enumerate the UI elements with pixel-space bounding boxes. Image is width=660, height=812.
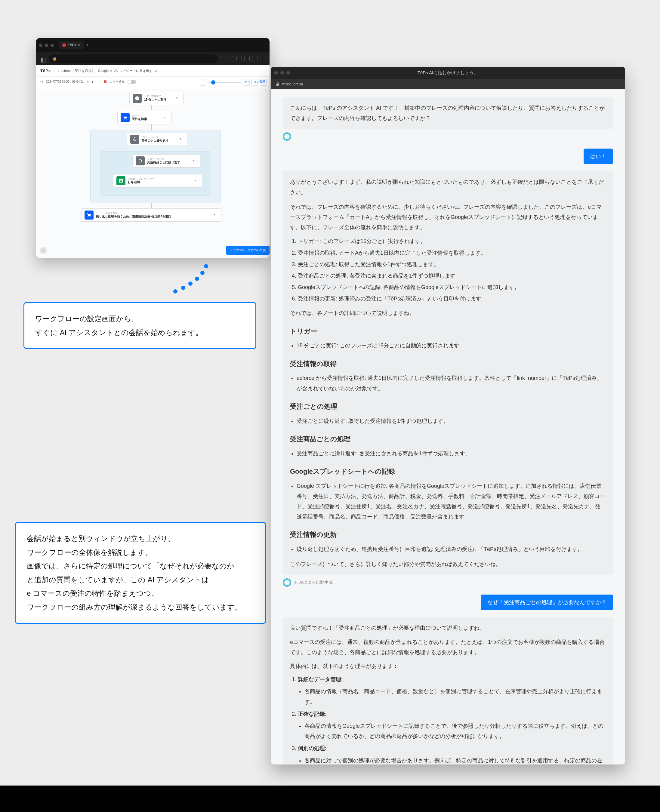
ai-text: 具体的には、以下のような理由があります： (290, 661, 606, 671)
zoom-slider[interactable] (208, 82, 241, 83)
zoom-in-button[interactable] (251, 79, 258, 86)
callout-text: 会話が始まると別ウィンドウが立ち上がり、 ワークフローの全体像を解説します。 画… (27, 534, 242, 611)
zoom-out-button[interactable] (243, 79, 250, 86)
chat-url: miibo.jp/cha (282, 82, 303, 86)
step: トリガー: このフレーズは15分ごとに実行されます。 (298, 238, 426, 244)
close-tab-icon[interactable]: × (78, 43, 80, 47)
traffic-lights (274, 71, 290, 75)
reason-body: 各商品の情報をGoogleスプレッドシートに記録することで、後で参照したり分析し… (305, 723, 603, 739)
ai-text: ありがとうございます！まず、私の説明が限られた知識にもとづいたものであり、必ずし… (290, 177, 606, 197)
node-trigger[interactable]: コア・定期実行 15 分ごとに実行 ▾ (129, 92, 184, 105)
help-button[interactable]: ? (40, 247, 47, 254)
section-heading: トリガー (290, 325, 606, 338)
chevron-down-icon[interactable]: ▾ (214, 213, 218, 217)
new-tab-button[interactable]: + (86, 43, 89, 48)
ai-chat-window: TēPs AIに話しかけましょう。 miibo.jp/cha こんにちは、TēP… (271, 67, 625, 764)
tool-button[interactable] (200, 79, 206, 86)
cart-icon (121, 113, 130, 122)
breadcrumb-title: ecforce｜受注を取得し、Google スプレッドシートに書き出す (61, 68, 153, 73)
ext-icon[interactable] (244, 56, 250, 61)
traffic-lights (39, 44, 54, 47)
node-category: カート・受注を更新 (96, 212, 171, 215)
app-logo[interactable]: TēPs (40, 68, 51, 73)
node-loop-items[interactable]: フロー・ループ 受注商品ごとに繰り返す ▾ (132, 154, 200, 168)
ext-icon[interactable] (236, 56, 242, 61)
url-field[interactable]: 🔒 (49, 54, 218, 63)
ext-icon[interactable] (221, 56, 226, 61)
chevron-down-icon[interactable]: ▾ (164, 116, 168, 120)
node-title: 繰り返し処理を防ぐため、連携用受注番号に目印を追記 (96, 215, 171, 218)
chevron-down-icon[interactable]: ▾ (176, 96, 180, 100)
user-message: なぜ「受注商品ごとの処理」が必要なんですか？ (481, 595, 613, 610)
page-footer-bar (0, 785, 660, 812)
node-search-orders[interactable]: カート 受注を検索 ▾ (117, 111, 171, 124)
browser-tab[interactable]: TēPs × (59, 41, 84, 49)
schedule-icon (133, 94, 142, 103)
spreadsheet-icon (116, 176, 125, 185)
chevron-down-icon[interactable]: ▾ (195, 179, 199, 183)
ai-text: eコマースの受注には、通常、複数の商品が含まれることがあります。たとえば、1つの… (290, 637, 606, 657)
ai-step-list: トリガー: このフレーズは15分ごとに実行されます。 受注情報の取得: カートA… (290, 236, 606, 304)
bullet: 15 分ごとに実行: このフレーズは15分ごとに自動的に実行されます。 (297, 343, 465, 349)
workflow-editor-window: TēPs × + ◧ 🔒 TēPs | ‹ ecforce｜受注を取得し、Goo… (36, 38, 270, 258)
warning-icon: ⚠ (294, 580, 298, 585)
node-category: Google スプレッドシート (128, 178, 155, 181)
browser-address-bar: ◧ 🔒 (36, 52, 270, 65)
ask-ai-button[interactable]: ＞このフレーズについて質 (226, 246, 270, 255)
annotation-callout-1: ワークフローの設定画面から、 すぐに AI アシスタントとの会話を始められます。 (24, 302, 256, 349)
error-toggle-label: エラー通知 (109, 80, 125, 84)
workflow-canvas[interactable]: コア・定期実行 15 分ごとに実行 ▾ カート 受注を検索 ▾ (36, 89, 270, 258)
node-title: 受注商品ごとに繰り返す (147, 160, 180, 164)
breadcrumb: ‹ ecforce｜受注を取得し、Google スプレッドシートに書き出す (58, 68, 265, 73)
step: 受注情報の取得: カートAから過去1日以内に完了した受注情報を取得します。 (298, 250, 486, 256)
callout-text: ワークフローの設定画面から、 すぐに AI アシスタントとの会話を始められます。 (35, 315, 203, 336)
autogen-label: ⚠AIによる自動生成 (294, 580, 333, 585)
download-button[interactable] (260, 79, 267, 86)
reason-heading: 詳細なデータ管理: (298, 676, 343, 682)
ai-text: それでは、フレーズの内容を確認するために、少しお待ちくださいね。フレーズの内容を… (290, 202, 606, 233)
ai-avatar-icon (283, 132, 291, 141)
node-loop-orders[interactable]: フロー・ループ 受注ごとに繰り返す ▾ (127, 133, 187, 146)
canvas-toolbar (200, 79, 267, 86)
cart-icon (84, 211, 94, 220)
node-title: 行を追加 (128, 181, 155, 184)
back-icon[interactable]: ‹ (58, 69, 59, 73)
bullet: 受注ごとに繰り返す: 取得した受注情報を1件ずつ処理します。 (297, 418, 449, 424)
ai-text: 良い質問ですね！「受注商品ごとの処理」が必要な理由について説明しますね。 (290, 623, 606, 633)
ext-icon[interactable] (228, 56, 234, 61)
dot-icon: ● (87, 80, 89, 83)
ext-icon[interactable] (260, 56, 265, 61)
chevron-down-icon[interactable]: ▾ (193, 159, 197, 163)
node-category: フロー・ループ (142, 136, 169, 139)
node-update-order[interactable]: カート・受注を更新 繰り返し処理を防ぐため、連携用受注番号に目印を追記 ▾ (81, 208, 221, 222)
app-header: TēPs | ‹ ecforce｜受注を取得し、Google スプレッドシートに… (36, 65, 270, 77)
window-title: TēPs AIに話しかけましょう。 (417, 70, 479, 76)
node-sheet-append[interactable]: Google スプレッドシート 行を追加 ▾ (113, 174, 202, 187)
chevron-down-icon[interactable]: ▾ (179, 137, 184, 141)
status-icon: ◐ (92, 80, 94, 83)
node-title: 15 分ごとに実行 (144, 98, 167, 102)
reason-body: 各商品に対して個別の処理が必要な場合があります。例えば、特定の商品に対して特別な… (305, 758, 602, 764)
ai-text: こんにちは、TēPs のアシスタント AI です！ 構築中のフレーズの処理内容に… (290, 105, 604, 121)
loop-icon (136, 156, 145, 165)
lock-icon: 🔒 (52, 57, 57, 61)
reason-heading: 個別の処理: (298, 745, 327, 751)
window-title-bar: TēPs AIに話しかけましょう。 (271, 67, 625, 79)
section-heading: 受注ごとの処理 (290, 400, 606, 413)
ext-icon[interactable] (252, 56, 257, 61)
bullet: ecforce から受注情報を取得: 過去1日以内に完了した受注情報を取得します… (297, 375, 602, 391)
error-toggle[interactable] (127, 80, 136, 84)
section-heading: 受注情報の取得 (290, 358, 606, 370)
bullet: 繰り返し処理を防ぐため、連携用受注番号に目印を追記: 処理済みの受注に「TēPs… (297, 546, 583, 552)
step: 受注商品ごとの処理: 各受注に含まれる商品を1件ずつ処理します。 (298, 273, 461, 279)
error-badge-icon: ! (104, 80, 107, 83)
edit-icon[interactable] (154, 69, 158, 73)
node-title: 受注ごとに繰り返す (142, 139, 169, 143)
ai-text: それでは、各ノートの詳細について説明しますね。 (290, 308, 606, 318)
section-heading: Googleスプレッドシートへの記録 (290, 465, 606, 478)
browser-action-icons (221, 56, 265, 61)
node-title: 受注を検索 (132, 117, 147, 121)
node-category: フロー・ループ (147, 158, 180, 160)
section-heading: 受注情報の更新 (290, 528, 606, 541)
bullet: Google スプレッドシートに行を追加: 各商品の情報をGoogleスプレッド… (297, 483, 605, 520)
